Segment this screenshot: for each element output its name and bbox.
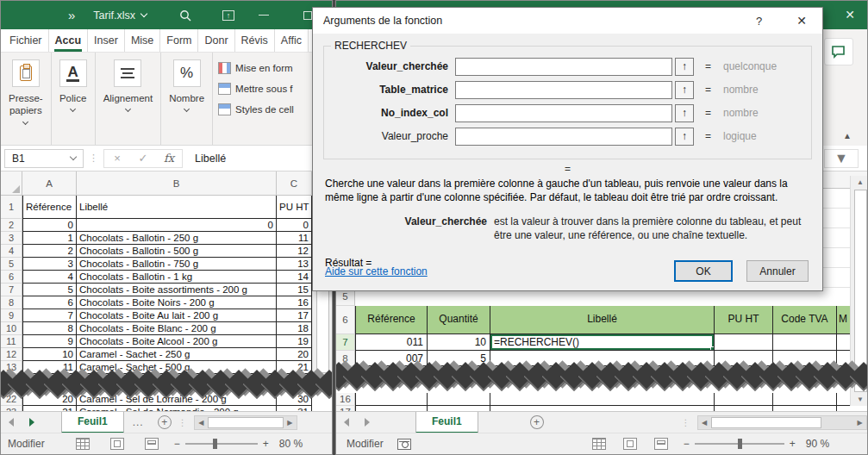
scroll-right-icon[interactable]: ▶ (853, 419, 866, 427)
cell[interactable]: Chocolats - Boite Blanc - 200 g (77, 322, 277, 335)
argument-input-no_index_col[interactable] (455, 104, 672, 122)
ribbon-tab-mise[interactable]: Mise (124, 29, 159, 52)
horizontal-scrollbar[interactable]: ◀ ▶ (194, 415, 297, 430)
cell[interactable]: 13 (277, 258, 312, 271)
cell[interactable]: Caramel - Sachet - 250 g (77, 348, 277, 361)
zoom-out-icon[interactable]: − (684, 438, 690, 450)
sheet-tab-feuil1[interactable]: Feuil1 (61, 412, 124, 433)
cell[interactable]: 4 (22, 271, 77, 284)
cell[interactable] (490, 393, 715, 406)
cell[interactable] (715, 334, 773, 351)
cancel-button[interactable]: Annuler (746, 260, 809, 282)
zoom-slider[interactable] (185, 443, 258, 445)
cell[interactable] (773, 393, 837, 406)
cell[interactable]: 6 (22, 296, 77, 309)
zoom-percentage[interactable]: 90 % (806, 438, 829, 450)
argument-input-table_matrice[interactable] (455, 81, 672, 99)
cell[interactable]: Chocolats - Ballotin - 250 g (77, 232, 277, 245)
cell[interactable]: Chocolats - Ballotin - 500 g (77, 245, 277, 258)
collapse-dialog-icon[interactable]: ↑ (675, 81, 694, 99)
page-layout-view-icon[interactable] (623, 438, 637, 450)
cell[interactable]: 0 (22, 219, 77, 232)
page-break-view-icon[interactable] (145, 438, 159, 450)
scrollbar-thumb[interactable] (711, 417, 821, 428)
row-header[interactable]: 8 (1, 296, 22, 309)
cell[interactable]: 14 (277, 271, 312, 284)
cell[interactable]: 17 (277, 309, 312, 322)
zoom-slider[interactable] (695, 443, 784, 445)
ribbon-display-options-icon[interactable]: ↑ (222, 10, 234, 21)
cell[interactable]: Caramel - Sel de Lorraine - 200 g (77, 393, 277, 406)
cancel-entry-icon[interactable]: × (104, 152, 130, 165)
ribbon-tab-donr[interactable]: Donr (197, 29, 234, 52)
cell[interactable]: 10 (428, 334, 490, 351)
comments-button[interactable] (824, 38, 853, 65)
macro-record-icon[interactable] (397, 439, 411, 450)
more-sheets[interactable]: ... (133, 416, 144, 428)
add-sheet-button[interactable]: + (158, 415, 172, 429)
number-group[interactable]: % Nombre (161, 53, 213, 145)
cell[interactable]: 18 (277, 322, 312, 335)
header-cell[interactable]: Code TVA (773, 306, 837, 334)
sheet-nav-left-icon[interactable] (9, 418, 14, 427)
close-icon[interactable]: ✕ (796, 14, 807, 28)
argument-input-valeur_proche[interactable] (455, 128, 672, 146)
row-header[interactable]: 7 (1, 284, 22, 296)
sheet-tab-feuil1[interactable]: Feuil1 (415, 412, 478, 433)
tabbar-separator[interactable]: ⋮ (178, 418, 187, 427)
normal-view-icon[interactable] (592, 438, 606, 450)
scroll-left-icon[interactable]: ◀ (195, 419, 208, 427)
argument-input-valeur_cherchée[interactable] (455, 58, 672, 76)
minimize-icon[interactable] (259, 15, 269, 16)
cell[interactable]: Chocolats - Ballotin - 750 g (77, 258, 277, 271)
confirm-entry-icon[interactable]: ✓ (130, 152, 156, 165)
collapse-dialog-icon[interactable]: ↑ (675, 58, 694, 76)
scroll-right-icon[interactable]: ▶ (284, 419, 297, 427)
page-layout-view-icon[interactable] (110, 438, 124, 450)
page-break-view-icon[interactable] (654, 438, 668, 450)
cell[interactable]: 2 (22, 245, 77, 258)
scrollbar-thumb[interactable] (854, 190, 867, 392)
row-header[interactable]: 1 (1, 196, 22, 219)
add-sheet-button[interactable]: + (530, 415, 544, 429)
row-header[interactable]: 12 (1, 348, 22, 361)
cell[interactable]: 20 (22, 393, 77, 406)
active-cell-formula[interactable]: =RECHERCHEV() (490, 334, 715, 351)
function-help-link[interactable]: Aide sur cette fonction (325, 265, 428, 277)
cell[interactable]: 3 (22, 258, 77, 271)
horizontal-scrollbar[interactable]: ◀ ▶ (697, 415, 867, 430)
clipboard-group[interactable]: Presse-papiers (1, 53, 52, 145)
collapse-dialog-icon[interactable]: ↑ (675, 104, 694, 122)
row-header[interactable]: 10 (1, 322, 22, 335)
zoom-out-icon[interactable]: − (174, 438, 180, 450)
tabbar-separator[interactable]: ⋮ (682, 418, 690, 427)
scroll-up-icon[interactable]: ▲ (857, 176, 864, 189)
scroll-down-icon[interactable]: ▼ (857, 393, 864, 406)
row-header[interactable]: 5 (1, 258, 22, 271)
name-box[interactable]: B1 (4, 149, 84, 168)
zoom-slider-thumb[interactable] (738, 439, 742, 449)
collapse-ribbon-icon[interactable]: ▲ (843, 131, 852, 140)
zoom-slider-thumb[interactable] (213, 439, 217, 449)
maximize-icon[interactable] (303, 11, 312, 20)
ribbon-tab-form[interactable]: Form (159, 29, 197, 52)
cell[interactable]: Référence (22, 196, 77, 219)
help-icon[interactable]: ? (756, 15, 762, 28)
scrollbar-thumb[interactable] (208, 417, 284, 428)
cell[interactable]: 16 (277, 296, 312, 309)
column-header-a[interactable]: A (22, 171, 77, 195)
cell[interactable]: 5 (22, 284, 77, 296)
scroll-left-icon[interactable]: ◀ (698, 419, 711, 427)
zoom-in-icon[interactable]: + (263, 438, 269, 450)
row-header[interactable]: 3 (1, 232, 22, 245)
cell[interactable]: 0 (77, 219, 277, 232)
quick-access-overflow-icon[interactable]: » (68, 8, 74, 22)
column-header-b[interactable]: B (77, 171, 277, 195)
column-header-c[interactable]: C (277, 171, 312, 195)
cell[interactable]: 15 (277, 284, 312, 296)
cell[interactable]: 011 (355, 334, 428, 351)
cell[interactable]: PU HT (277, 196, 312, 219)
cell-styles-button[interactable]: Styles de cell (218, 99, 327, 120)
alignment-group[interactable]: Alignement (96, 53, 162, 145)
row-header[interactable]: 11 (1, 335, 22, 348)
